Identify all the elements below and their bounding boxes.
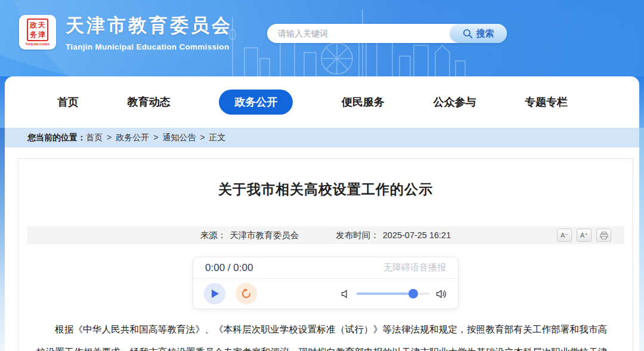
player-controls — [193, 279, 458, 309]
page: 政天务津 TIANJIN-CHINA 天津市教育委员会 Tianjin Muni… — [0, 0, 644, 351]
font-increase-button[interactable]: A⁺ — [577, 229, 592, 242]
page-edge-right — [639, 128, 644, 351]
breadcrumb-separator: > — [200, 133, 205, 142]
nav-row: 首页教育动态政务公开便民服务公众参与专题专栏 — [0, 76, 644, 128]
volume-controls — [341, 289, 447, 299]
content-area: 关于我市相关高校设置工作的公示 来源：天津市教育委员会 发布时间：2025-07… — [5, 147, 639, 351]
printer-icon — [600, 232, 608, 239]
volume-slider[interactable] — [357, 292, 429, 295]
seal-char: 务 — [29, 30, 38, 39]
nav-item-6[interactable]: 专题专栏 — [525, 95, 568, 109]
article-source: 来源：天津市教育委员会 — [200, 230, 299, 241]
site-name-en: Tianjin Municipal Education Commission — [66, 42, 233, 51]
article-body: 根据《中华人民共和国高等教育法》、《本科层次职业学校设置标准（试行）》等法律法规… — [36, 318, 615, 351]
search-input[interactable] — [267, 24, 450, 43]
print-button[interactable] — [596, 229, 611, 242]
site-logo: 政天务津 TIANJIN-CHINA — [19, 15, 56, 50]
breadcrumb-item-2[interactable]: 政务公开 — [116, 133, 149, 142]
article-card: 关于我市相关高校设置工作的公示 来源：天津市教育委员会 发布时间：2025-07… — [18, 158, 633, 351]
nav-item-1[interactable]: 首页 — [57, 95, 79, 109]
player-caption: 无障碍语音播报 — [383, 262, 446, 273]
breadcrumb-separator: > — [153, 133, 158, 142]
loop-icon — [241, 288, 252, 299]
time-label: 发布时间： — [336, 230, 379, 240]
volume-min-icon[interactable] — [341, 290, 350, 298]
search-icon — [463, 29, 473, 39]
breadcrumb-items: 首页>政务公开>通知公告>正文 — [86, 133, 226, 143]
breadcrumb-item-1[interactable]: 首页 — [86, 133, 103, 142]
search-button-label: 搜索 — [476, 28, 494, 39]
font-decrease-button[interactable]: A⁻ — [557, 229, 572, 242]
site-header: 政天务津 TIANJIN-CHINA 天津市教育委员会 Tianjin Muni… — [0, 0, 644, 76]
breadcrumb-separator: > — [107, 133, 112, 142]
nav-item-3[interactable]: 政务公开 — [219, 90, 293, 115]
search-bar: 搜索 — [267, 24, 507, 43]
breadcrumb-label: 您当前的位置： — [27, 133, 86, 143]
article-publish-time: 发布时间：2025-07-25 16:21 — [336, 230, 451, 241]
player-header: 0:00 / 0:00 无障碍语音播报 — [193, 257, 458, 279]
city-skyline-art — [209, 6, 471, 76]
article-title: 关于我市相关高校设置工作的公示 — [18, 180, 633, 199]
main-nav: 首页教育动态政务公开便民服务公众参与专题专栏 — [5, 76, 639, 128]
nav-item-2[interactable]: 教育动态 — [128, 95, 171, 109]
logo-caption: TIANJIN-CHINA — [26, 42, 50, 46]
nav-item-4[interactable]: 便民服务 — [342, 95, 385, 109]
seal-char: 津 — [38, 30, 46, 39]
play-button[interactable] — [204, 283, 225, 304]
play-icon — [210, 289, 219, 298]
loop-button[interactable] — [236, 283, 257, 304]
article-meta-bar: 来源：天津市教育委员会 发布时间：2025-07-25 16:21 A⁻ A⁺ — [27, 226, 624, 244]
logo-seal: 政天务津 — [27, 19, 48, 41]
seal-char: 政 — [29, 20, 38, 30]
brand-text: 天津市教育委员会 Tianjin Municipal Education Com… — [66, 13, 233, 51]
article-tools: A⁻ A⁺ — [557, 229, 611, 242]
page-edge-left — [0, 128, 5, 351]
source-value: 天津市教育委员会 — [230, 230, 299, 240]
seal-char: 天 — [38, 20, 46, 30]
breadcrumb-item-4: 正文 — [209, 133, 226, 142]
breadcrumb: 您当前的位置： 首页>政务公开>通知公告>正文 — [5, 128, 639, 147]
volume-fill — [357, 292, 413, 295]
brand[interactable]: 政天务津 TIANJIN-CHINA 天津市教育委员会 Tianjin Muni… — [19, 13, 233, 51]
nav-item-5[interactable]: 公众参与 — [433, 95, 476, 109]
audio-player: 0:00 / 0:00 无障碍语音播报 — [193, 257, 459, 309]
player-time: 0:00 / 0:00 — [205, 262, 253, 274]
article-meta: 来源：天津市教育委员会 发布时间：2025-07-25 16:21 — [200, 230, 451, 241]
site-name: 天津市教育委员会 — [66, 13, 233, 38]
time-value: 2025-07-25 16:21 — [383, 230, 451, 240]
search-button[interactable]: 搜索 — [450, 24, 507, 43]
breadcrumb-item-3[interactable]: 通知公告 — [162, 133, 196, 142]
source-label: 来源： — [200, 230, 227, 240]
volume-max-icon[interactable] — [436, 289, 447, 299]
volume-thumb[interactable] — [408, 289, 418, 298]
